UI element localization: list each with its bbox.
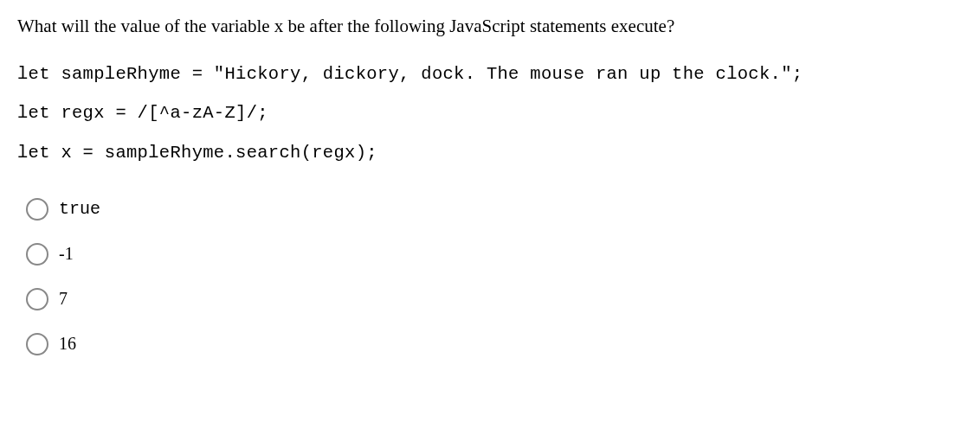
option-label: true	[59, 199, 100, 219]
option-3[interactable]: 16	[26, 333, 963, 355]
code-line-1: let sampleRhyme = "Hickory, dickory, doc…	[17, 64, 803, 84]
radio-icon[interactable]	[26, 333, 48, 355]
options-group: true -1 7 16	[26, 198, 963, 355]
option-label: 16	[59, 334, 76, 354]
option-label: -1	[59, 244, 74, 264]
option-0[interactable]: true	[26, 198, 963, 221]
radio-icon[interactable]	[26, 198, 48, 221]
question-text: What will the value of the variable x be…	[17, 14, 963, 39]
radio-icon[interactable]	[26, 288, 48, 310]
code-line-3: let x = sampleRhyme.search(regx);	[17, 143, 377, 163]
option-2[interactable]: 7	[26, 288, 963, 310]
code-block: let sampleRhyme = "Hickory, dickory, doc…	[17, 54, 963, 171]
option-1[interactable]: -1	[26, 243, 963, 266]
code-line-2: let regx = /[^a-zA-Z]/;	[17, 103, 268, 123]
option-label: 7	[59, 289, 68, 309]
radio-icon[interactable]	[26, 243, 48, 266]
